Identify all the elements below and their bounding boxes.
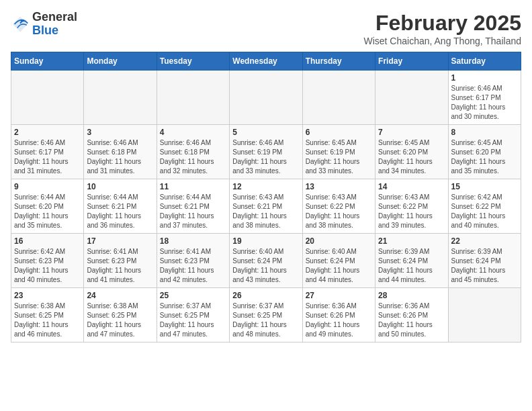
day-number: 8 xyxy=(451,128,518,137)
day-info: Sunrise: 6:46 AM Sunset: 6:17 PM Dayligh… xyxy=(14,138,81,176)
day-number: 13 xyxy=(306,182,372,191)
day-info: Sunrise: 6:44 AM Sunset: 6:20 PM Dayligh… xyxy=(14,193,81,230)
calendar-day-cell xyxy=(230,71,302,125)
calendar-day-cell: 1Sunrise: 6:46 AM Sunset: 6:17 PM Daylig… xyxy=(448,71,521,125)
calendar-day-cell xyxy=(375,71,448,125)
day-number: 18 xyxy=(160,236,226,246)
location-subtitle: Wiset Chaichan, Ang Thong, Thailand xyxy=(363,36,521,46)
calendar-day-cell xyxy=(157,71,229,125)
title-area: February 2025 Wiset Chaichan, Ang Thong,… xyxy=(363,11,521,46)
day-of-week-header: Saturday xyxy=(448,52,521,71)
calendar-week-row: 2Sunrise: 6:46 AM Sunset: 6:17 PM Daylig… xyxy=(11,125,521,179)
calendar-day-cell: 8Sunrise: 6:45 AM Sunset: 6:20 PM Daylig… xyxy=(448,125,521,179)
day-info: Sunrise: 6:39 AM Sunset: 6:24 PM Dayligh… xyxy=(378,247,445,285)
day-info: Sunrise: 6:43 AM Sunset: 6:22 PM Dayligh… xyxy=(306,193,372,230)
day-number: 11 xyxy=(160,182,226,191)
calendar-body: 1Sunrise: 6:46 AM Sunset: 6:17 PM Daylig… xyxy=(11,71,521,342)
calendar-day-cell: 16Sunrise: 6:42 AM Sunset: 6:23 PM Dayli… xyxy=(11,234,84,288)
logo: General Blue xyxy=(11,11,77,38)
calendar-day-cell: 11Sunrise: 6:44 AM Sunset: 6:21 PM Dayli… xyxy=(157,179,229,234)
day-info: Sunrise: 6:37 AM Sunset: 6:25 PM Dayligh… xyxy=(232,302,299,339)
calendar-week-row: 1Sunrise: 6:46 AM Sunset: 6:17 PM Daylig… xyxy=(11,71,521,125)
day-number: 27 xyxy=(306,291,372,300)
day-info: Sunrise: 6:45 AM Sunset: 6:20 PM Dayligh… xyxy=(378,138,445,176)
calendar-day-cell: 6Sunrise: 6:45 AM Sunset: 6:19 PM Daylig… xyxy=(302,125,375,179)
day-number: 9 xyxy=(14,182,81,191)
day-info: Sunrise: 6:36 AM Sunset: 6:26 PM Dayligh… xyxy=(306,302,372,339)
day-info: Sunrise: 6:38 AM Sunset: 6:25 PM Dayligh… xyxy=(14,302,81,339)
day-number: 4 xyxy=(160,128,226,137)
day-number: 3 xyxy=(87,128,153,137)
calendar-day-cell: 12Sunrise: 6:43 AM Sunset: 6:21 PM Dayli… xyxy=(230,179,302,234)
day-info: Sunrise: 6:40 AM Sunset: 6:24 PM Dayligh… xyxy=(232,247,299,285)
day-info: Sunrise: 6:43 AM Sunset: 6:21 PM Dayligh… xyxy=(232,193,299,230)
day-info: Sunrise: 6:40 AM Sunset: 6:24 PM Dayligh… xyxy=(306,247,372,285)
calendar-day-cell: 13Sunrise: 6:43 AM Sunset: 6:22 PM Dayli… xyxy=(302,179,375,234)
calendar-day-cell: 26Sunrise: 6:37 AM Sunset: 6:25 PM Dayli… xyxy=(230,288,302,342)
calendar-day-cell: 28Sunrise: 6:36 AM Sunset: 6:26 PM Dayli… xyxy=(375,288,448,342)
calendar-table: SundayMondayTuesdayWednesdayThursdayFrid… xyxy=(11,52,521,342)
day-info: Sunrise: 6:42 AM Sunset: 6:23 PM Dayligh… xyxy=(14,247,81,285)
day-number: 17 xyxy=(87,236,153,246)
calendar-day-cell: 20Sunrise: 6:40 AM Sunset: 6:24 PM Dayli… xyxy=(302,234,375,288)
day-info: Sunrise: 6:44 AM Sunset: 6:21 PM Dayligh… xyxy=(160,193,226,230)
calendar-week-row: 23Sunrise: 6:38 AM Sunset: 6:25 PM Dayli… xyxy=(11,288,521,342)
day-number: 10 xyxy=(87,182,153,191)
calendar-day-cell: 2Sunrise: 6:46 AM Sunset: 6:17 PM Daylig… xyxy=(11,125,84,179)
calendar-day-cell: 25Sunrise: 6:37 AM Sunset: 6:25 PM Dayli… xyxy=(157,288,229,342)
day-number: 14 xyxy=(378,182,445,191)
day-info: Sunrise: 6:45 AM Sunset: 6:19 PM Dayligh… xyxy=(306,138,372,176)
calendar-day-cell: 18Sunrise: 6:41 AM Sunset: 6:23 PM Dayli… xyxy=(157,234,229,288)
calendar-day-cell xyxy=(84,71,157,125)
day-info: Sunrise: 6:43 AM Sunset: 6:22 PM Dayligh… xyxy=(378,193,445,230)
day-number: 12 xyxy=(232,182,299,191)
calendar-day-cell: 10Sunrise: 6:44 AM Sunset: 6:21 PM Dayli… xyxy=(84,179,157,234)
calendar-day-cell: 14Sunrise: 6:43 AM Sunset: 6:22 PM Dayli… xyxy=(375,179,448,234)
calendar-day-cell: 23Sunrise: 6:38 AM Sunset: 6:25 PM Dayli… xyxy=(11,288,84,342)
day-info: Sunrise: 6:45 AM Sunset: 6:20 PM Dayligh… xyxy=(451,138,518,176)
day-number: 24 xyxy=(87,291,153,300)
day-info: Sunrise: 6:39 AM Sunset: 6:24 PM Dayligh… xyxy=(451,247,518,285)
day-of-week-header: Monday xyxy=(84,52,157,71)
day-number: 28 xyxy=(378,291,445,300)
calendar-day-cell xyxy=(448,288,521,342)
day-number: 20 xyxy=(306,236,372,246)
calendar-day-cell xyxy=(11,71,84,125)
day-info: Sunrise: 6:37 AM Sunset: 6:25 PM Dayligh… xyxy=(160,302,226,339)
calendar-day-cell: 19Sunrise: 6:40 AM Sunset: 6:24 PM Dayli… xyxy=(230,234,302,288)
calendar-day-cell: 9Sunrise: 6:44 AM Sunset: 6:20 PM Daylig… xyxy=(11,179,84,234)
day-info: Sunrise: 6:38 AM Sunset: 6:25 PM Dayligh… xyxy=(87,302,153,339)
calendar-day-cell: 7Sunrise: 6:45 AM Sunset: 6:20 PM Daylig… xyxy=(375,125,448,179)
calendar-day-cell: 3Sunrise: 6:46 AM Sunset: 6:18 PM Daylig… xyxy=(84,125,157,179)
day-info: Sunrise: 6:42 AM Sunset: 6:22 PM Dayligh… xyxy=(451,193,518,230)
calendar-day-cell xyxy=(302,71,375,125)
logo-text: General Blue xyxy=(32,11,77,38)
day-info: Sunrise: 6:41 AM Sunset: 6:23 PM Dayligh… xyxy=(160,247,226,285)
calendar-week-row: 16Sunrise: 6:42 AM Sunset: 6:23 PM Dayli… xyxy=(11,234,521,288)
day-info: Sunrise: 6:44 AM Sunset: 6:21 PM Dayligh… xyxy=(87,193,153,230)
day-number: 26 xyxy=(232,291,299,300)
day-of-week-header: Friday xyxy=(375,52,448,71)
calendar-day-cell: 21Sunrise: 6:39 AM Sunset: 6:24 PM Dayli… xyxy=(375,234,448,288)
day-number: 21 xyxy=(378,236,445,246)
day-number: 6 xyxy=(306,128,372,137)
calendar-day-cell: 17Sunrise: 6:41 AM Sunset: 6:23 PM Dayli… xyxy=(84,234,157,288)
day-of-week-header: Thursday xyxy=(302,52,375,71)
day-number: 16 xyxy=(14,236,81,246)
day-number: 22 xyxy=(451,236,518,246)
calendar-day-cell: 4Sunrise: 6:46 AM Sunset: 6:18 PM Daylig… xyxy=(157,125,229,179)
calendar-day-cell: 24Sunrise: 6:38 AM Sunset: 6:25 PM Dayli… xyxy=(84,288,157,342)
day-of-week-header: Tuesday xyxy=(157,52,229,71)
day-number: 15 xyxy=(451,182,518,191)
day-number: 25 xyxy=(160,291,226,300)
day-number: 1 xyxy=(451,73,518,83)
day-info: Sunrise: 6:46 AM Sunset: 6:18 PM Dayligh… xyxy=(87,138,153,176)
calendar-day-cell: 5Sunrise: 6:46 AM Sunset: 6:19 PM Daylig… xyxy=(230,125,302,179)
month-title: February 2025 xyxy=(363,11,521,36)
day-of-week-header: Sunday xyxy=(11,52,84,71)
day-number: 5 xyxy=(232,128,299,137)
day-number: 23 xyxy=(14,291,81,300)
day-number: 7 xyxy=(378,128,445,137)
day-info: Sunrise: 6:46 AM Sunset: 6:17 PM Dayligh… xyxy=(451,84,518,122)
calendar-day-cell: 22Sunrise: 6:39 AM Sunset: 6:24 PM Dayli… xyxy=(448,234,521,288)
